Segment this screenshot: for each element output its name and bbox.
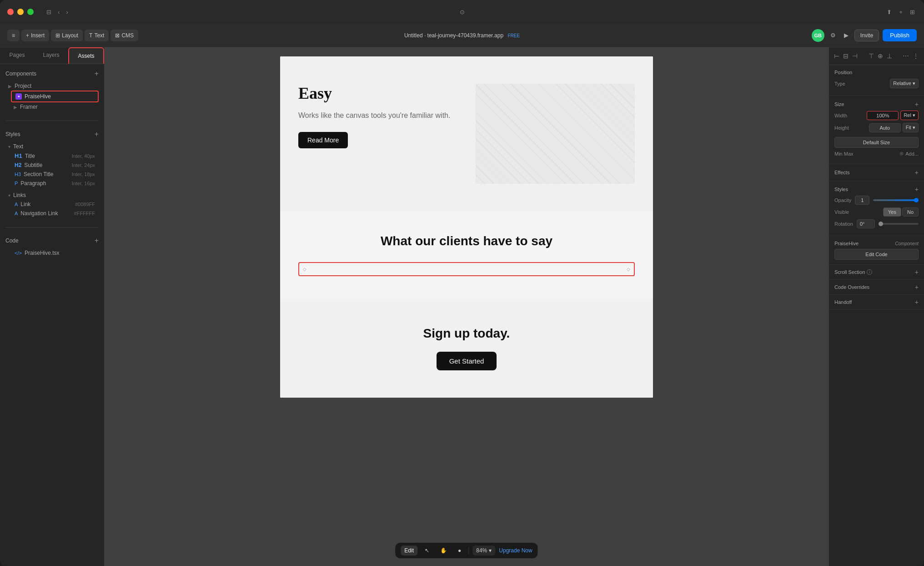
text-button[interactable]: T Text — [85, 30, 109, 41]
height-input[interactable]: Auto — [869, 123, 901, 132]
visible-yes-button[interactable]: Yes — [883, 207, 901, 217]
alignment-tools: ⊢ ⊟ ⊣ ⊤ ⊕ ⊥ ⋯ ⋮ — [829, 47, 924, 65]
layout-button[interactable]: ⊞ Layout — [51, 30, 83, 41]
style-link[interactable]: A Link #0089FF — [11, 200, 99, 209]
size-section: Size + Width 100% Rel ▾ — [829, 96, 924, 164]
distribute-v-button[interactable]: ⋮ — [911, 51, 920, 61]
circle-tool[interactable]: ● — [454, 546, 465, 556]
invite-button[interactable]: Invite — [854, 30, 879, 41]
code-overrides-row[interactable]: Code Overrides + — [829, 280, 924, 295]
praisehive-component-canvas[interactable]: ◇ ◇ — [298, 262, 635, 276]
toolbar-left: ≡ + Insert ⊞ Layout T Text ⊠ CMS — [7, 30, 138, 41]
nav-back[interactable]: ‹ — [56, 7, 61, 17]
rotation-row: Rotation 0° — [834, 219, 919, 228]
align-center-v-button[interactable]: ⊕ — [876, 51, 884, 61]
tab-layers[interactable]: Layers — [34, 47, 68, 64]
align-right-button[interactable]: ⊣ — [851, 51, 859, 61]
grid-button[interactable]: ⊞ — [908, 7, 917, 17]
add-style-button[interactable]: + — [95, 130, 99, 138]
opacity-row: Opacity 1 — [834, 196, 919, 205]
text-group-item[interactable]: ▾ Text — [5, 142, 99, 151]
rotation-bar[interactable] — [879, 223, 919, 225]
effects-header: Effects + — [834, 169, 919, 176]
select-tool[interactable]: ↖ — [421, 546, 433, 556]
position-type-select[interactable]: Relative ▾ — [890, 79, 919, 88]
insert-button[interactable]: + Insert — [21, 30, 49, 41]
preview-button[interactable]: ▶ — [842, 30, 851, 41]
default-size-button[interactable]: Default Size — [834, 137, 919, 148]
code-praisehive[interactable]: </> PraiseHive.tsx — [11, 248, 99, 258]
edit-mode-button[interactable]: Edit — [401, 546, 417, 556]
handoff-label: Handoff — [834, 299, 852, 305]
settings-button[interactable]: ⚙ — [828, 30, 838, 41]
add-style-button-right[interactable]: + — [915, 186, 919, 193]
styles-header: Styles + — [5, 130, 99, 138]
read-more-button[interactable]: Read More — [298, 132, 348, 148]
add-handoff-button[interactable]: + — [915, 298, 919, 306]
main-toolbar: ≡ + Insert ⊞ Layout T Text ⊠ CMS Untitle… — [0, 24, 924, 47]
add-tab-button[interactable]: + — [897, 7, 904, 17]
edit-code-button[interactable]: Edit Code — [834, 249, 919, 260]
canvas-image-placeholder — [476, 84, 635, 184]
close-button[interactable] — [7, 9, 14, 15]
project-tree-item[interactable]: ▶ Project — [5, 81, 99, 91]
opacity-bar[interactable] — [873, 199, 919, 201]
chevron-down-icon-pos: ▾ — [913, 81, 915, 86]
align-left-button[interactable]: ⊢ — [833, 51, 841, 61]
framer-tree-item[interactable]: ▶ Framer — [11, 102, 99, 111]
opacity-input[interactable]: 1 — [855, 196, 869, 205]
scroll-section-row[interactable]: Scroll Section i + — [829, 265, 924, 280]
handoff-row[interactable]: Handoff + — [829, 295, 924, 310]
praisehive-component[interactable]: ✦ PraiseHive — [11, 91, 99, 102]
align-center-h-button[interactable]: ⊟ — [842, 51, 850, 61]
upgrade-button[interactable]: Upgrade Now — [499, 547, 532, 554]
add-component-button[interactable]: + — [95, 70, 99, 78]
arrow-icon: ▶ — [8, 84, 12, 89]
panel-tabs: Pages Layers Assets — [0, 47, 104, 64]
zoom-control[interactable]: 84% ▾ — [472, 546, 495, 556]
hand-tool[interactable]: ✋ — [437, 546, 451, 556]
style-title[interactable]: H1 Title Inter, 40px — [11, 151, 99, 161]
info-icon: i — [867, 269, 872, 275]
window: ⊟ ‹ › ⊙ ⬆ + ⊞ ≡ + Insert ⊞ Layout — [0, 0, 924, 566]
align-top-button[interactable]: ⊤ — [867, 51, 875, 61]
align-bottom-button[interactable]: ⊥ — [885, 51, 894, 61]
code-overrides-label: Code Overrides — [834, 284, 869, 290]
nav-forward[interactable]: › — [64, 7, 70, 17]
tab-pages[interactable]: Pages — [0, 47, 34, 64]
style-subtitle[interactable]: H2 Subtitle Inter, 24px — [11, 161, 99, 170]
text-icon: T — [89, 32, 92, 39]
rotation-input[interactable]: 0° — [857, 219, 875, 228]
add-overrides-button[interactable]: + — [915, 283, 919, 291]
framer-menu[interactable]: ≡ — [7, 30, 20, 41]
tab-assets[interactable]: Assets — [68, 47, 104, 64]
width-unit-select[interactable]: Rel ▾ — [900, 111, 919, 120]
publish-button[interactable]: Publish — [883, 29, 917, 41]
canvas[interactable]: Easy Works like the canvas tools you're … — [105, 47, 829, 566]
align-horizontal: ⊢ ⊟ ⊣ — [833, 51, 859, 61]
effects-section: Effects + — [829, 164, 924, 181]
add-code-button[interactable]: + — [95, 237, 99, 245]
style-section-title[interactable]: H3 Section Title Inter, 18px — [11, 170, 99, 179]
maximize-button[interactable] — [27, 9, 34, 15]
position-type-row: Type Relative ▾ — [834, 79, 919, 88]
links-group-item[interactable]: ▾ Links — [5, 191, 99, 200]
add-effect-button[interactable]: + — [915, 169, 919, 176]
add-scroll-button[interactable]: + — [915, 268, 919, 276]
style-nav-link[interactable]: A Navigation Link #FFFFFF — [11, 209, 99, 218]
height-unit-select[interactable]: Fit ▾ — [903, 123, 919, 132]
rotation-handle[interactable] — [879, 222, 883, 226]
add-size-button[interactable]: + — [915, 101, 919, 108]
style-paragraph[interactable]: P Paragraph Inter, 16px — [11, 179, 99, 188]
minimize-button[interactable] — [17, 9, 24, 15]
opacity-handle[interactable] — [914, 198, 919, 202]
share-button[interactable]: ⬆ — [885, 7, 894, 17]
arrow-icon-framer: ▶ — [14, 105, 17, 110]
get-started-button[interactable]: Get Started — [437, 352, 497, 370]
cms-button[interactable]: ⊠ CMS — [110, 30, 138, 41]
signup-heading: Sign up today. — [298, 326, 635, 341]
distribute-h-button[interactable]: ⋯ — [901, 51, 910, 61]
visible-no-button[interactable]: No — [902, 207, 919, 217]
sidebar-toggle[interactable]: ⊟ — [45, 7, 53, 17]
width-input[interactable]: 100% — [867, 111, 899, 120]
